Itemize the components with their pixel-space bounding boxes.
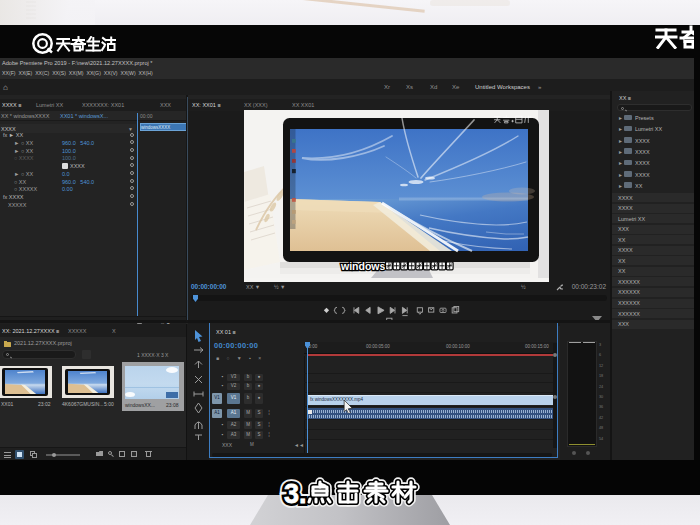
- svg-text:3.: 3.: [284, 479, 307, 509]
- svg-text:windows: windows: [340, 260, 385, 272]
